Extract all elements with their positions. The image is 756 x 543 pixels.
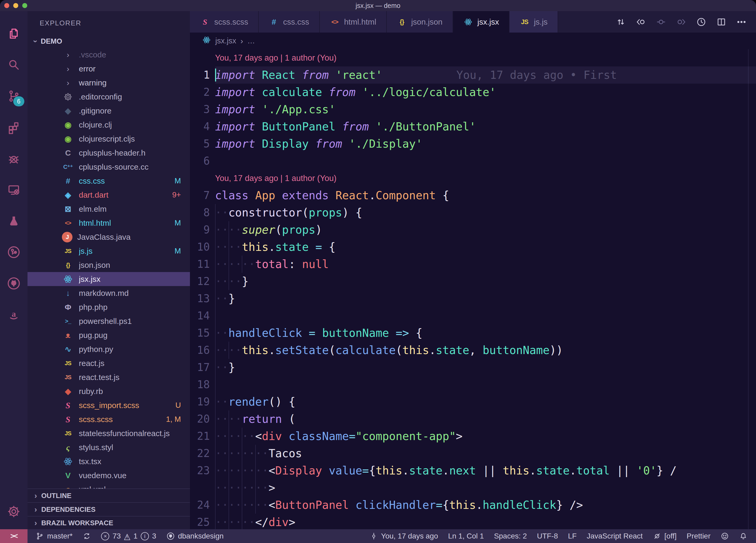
file-row-php.php[interactable]: Φphp.php (28, 300, 190, 314)
file-row-js.js[interactable]: JSjs.jsM (28, 244, 190, 258)
beaker-icon[interactable] (0, 205, 28, 236)
code-line-23[interactable]: 23········<Display value={this.state.nex… (190, 462, 756, 479)
github-icon[interactable] (0, 268, 28, 299)
section-brazil-workspace[interactable]: ›BRAZIL WORKSPACE (28, 516, 190, 529)
amazon-icon[interactable]: a (0, 299, 28, 330)
next-change-icon[interactable] (675, 16, 687, 28)
code-editor[interactable]: You, 17 days ago | 1 author (You)1import… (190, 49, 756, 529)
close-button[interactable] (4, 3, 9, 8)
tab-jsx.jsx[interactable]: jsx.jsx (453, 11, 510, 33)
file-row-json.json[interactable]: {}json.json (28, 258, 190, 272)
code-line-25[interactable]: 25······</div> (190, 514, 756, 529)
file-row-tsx.tsx[interactable]: tsx.tsx (28, 454, 190, 468)
status-feedback[interactable] (721, 532, 729, 540)
file-row-elm.elm[interactable]: ⊠elm.elm (28, 202, 190, 216)
file-row-pug.pug[interactable]: ᴥpug.pug (28, 328, 190, 342)
file-row-clojurescript.cljs[interactable]: ◉clojurescript.cljs (28, 132, 190, 146)
code-line-8[interactable]: 8··constructor(props) { (190, 204, 756, 221)
split-editor-icon[interactable] (715, 16, 727, 28)
file-row-.gitignore[interactable]: ◆.gitignore (28, 104, 190, 118)
previous-change-icon[interactable] (635, 16, 647, 28)
code-line-24[interactable]: 24········<ButtonPanel clickHandler={thi… (190, 496, 756, 514)
status-problems[interactable]: ×73△!1i3 (101, 532, 156, 540)
gitlens-icon[interactable] (0, 236, 28, 268)
code-line-18[interactable]: 18 (190, 376, 756, 393)
status-github-account[interactable]: dbanksdesign (166, 532, 224, 540)
code-line-9[interactable]: 9····super(props) (190, 221, 756, 238)
file-row-JavaClass.java[interactable]: JJavaClass.java (28, 230, 190, 244)
section-outline[interactable]: ›OUTLINE (28, 489, 190, 502)
file-row-.vscode[interactable]: ›.vscode (28, 48, 190, 62)
remote-explorer-icon[interactable] (0, 174, 28, 205)
status-language-mode[interactable]: JavaScript React (587, 532, 643, 540)
code-line-13[interactable]: 13··} (190, 290, 756, 307)
file-row-markdown.md[interactable]: ↓markdown.md (28, 286, 190, 300)
file-row-error[interactable]: ›error (28, 62, 190, 76)
codelens-text[interactable]: You, 17 days ago | 1 author (You) (215, 170, 756, 187)
file-row-stylus.styl[interactable]: ςstylus.styl (28, 440, 190, 454)
breadcrumb[interactable]: jsx.jsx › … (190, 33, 756, 49)
file-row-warning[interactable]: ›warning (28, 76, 190, 90)
file-row-.editorconfig[interactable]: .editorconfig (28, 90, 190, 104)
section-dependencies[interactable]: ›DEPENDENCIES (28, 502, 190, 516)
minimize-button[interactable] (13, 3, 18, 8)
code-line-16[interactable]: 16····this.setState(calculate(this.state… (190, 342, 756, 359)
code-line-14[interactable]: 14 (190, 307, 756, 325)
file-row-clojure.clj[interactable]: ◉clojure.clj (28, 118, 190, 132)
breadcrumb-more[interactable]: … (247, 36, 255, 45)
tab-js.js[interactable]: JSjs.js (509, 11, 558, 33)
status-blame[interactable]: You, 17 days ago (370, 532, 438, 540)
codelens-text[interactable]: You, 17 days ago | 1 author (You) (215, 49, 756, 66)
file-row-dart.dart[interactable]: ◈dart.dart9+ (28, 188, 190, 202)
test-explorer-icon[interactable] (0, 143, 28, 174)
code-line-wrap[interactable]: ········> (190, 479, 756, 496)
status-gitlens-toggle[interactable]: [off] (653, 532, 677, 540)
status-encoding[interactable]: UTF-8 (537, 532, 558, 540)
file-row-ruby.rb[interactable]: ◆ruby.rb (28, 384, 190, 398)
status-prettier[interactable]: Prettier (687, 532, 711, 540)
status-cursor-position[interactable]: Ln 1, Col 1 (448, 532, 484, 540)
file-row-scss_import.scss[interactable]: Sscss_import.scssU (28, 398, 190, 412)
file-history-icon[interactable] (695, 16, 707, 28)
file-row-cplusplus-header.h[interactable]: Ccplusplus-header.h (28, 146, 190, 160)
source-control-icon[interactable]: 6 (0, 80, 28, 112)
file-row-html.html[interactable]: <>html.htmlM (28, 216, 190, 230)
status-indentation[interactable]: Spaces: 2 (494, 532, 527, 540)
status-eol[interactable]: LF (568, 532, 577, 540)
more-actions-icon[interactable] (735, 16, 748, 28)
file-row-python.py[interactable]: ∿python.py (28, 342, 190, 356)
settings-icon[interactable] (0, 496, 28, 527)
tab-html.html[interactable]: <>html.html (320, 11, 387, 33)
code-line-7[interactable]: 7class App extends React.Component { (190, 187, 756, 204)
code-line-1[interactable]: 1import React from 'react'You, 17 days a… (190, 66, 756, 84)
code-line-17[interactable]: 17··} (190, 359, 756, 376)
code-line-2[interactable]: 2import calculate from '../logic/calcula… (190, 84, 756, 101)
folder-section-header[interactable]: › DEMO (28, 35, 190, 48)
code-line-11[interactable]: 11······total: null (190, 255, 756, 273)
code-line-20[interactable]: 20····return ( (190, 411, 756, 428)
extensions-icon[interactable] (0, 112, 28, 143)
file-row-xml.xml[interactable]: <>xml.xml (28, 482, 190, 489)
code-line-22[interactable]: 22········Tacos (190, 445, 756, 462)
tab-scss.scss[interactable]: Sscss.scss (190, 11, 259, 33)
file-row-css.css[interactable]: #css.cssM (28, 174, 190, 188)
zoom-button[interactable] (22, 3, 27, 8)
tab-json.json[interactable]: {}json.json (387, 11, 453, 33)
status-sync[interactable] (83, 532, 91, 540)
search-icon[interactable] (0, 49, 28, 80)
code-line-21[interactable]: 21······<div className="component-app"> (190, 428, 756, 445)
file-row-scss.scss[interactable]: Sscss.scss1, M (28, 412, 190, 426)
open-changes-icon[interactable] (615, 16, 627, 28)
file-row-react.test.js[interactable]: JSreact.test.js (28, 370, 190, 384)
current-change-icon[interactable] (655, 16, 667, 28)
code-line-6[interactable]: 6 (190, 152, 756, 170)
remote-indicator[interactable]: >< (0, 529, 28, 543)
code-line-5[interactable]: 5import Display from './Display' (190, 135, 756, 152)
code-line-19[interactable]: 19··render() { (190, 393, 756, 411)
file-row-cplusplus-source.cc[interactable]: C⁺⁺cplusplus-source.cc (28, 160, 190, 174)
explorer-icon[interactable] (0, 18, 28, 49)
code-line-12[interactable]: 12····} (190, 273, 756, 290)
status-notifications[interactable] (739, 532, 748, 540)
status-branch[interactable]: master* (35, 532, 72, 540)
code-line-15[interactable]: 15··handleClick = buttonName => { (190, 325, 756, 342)
